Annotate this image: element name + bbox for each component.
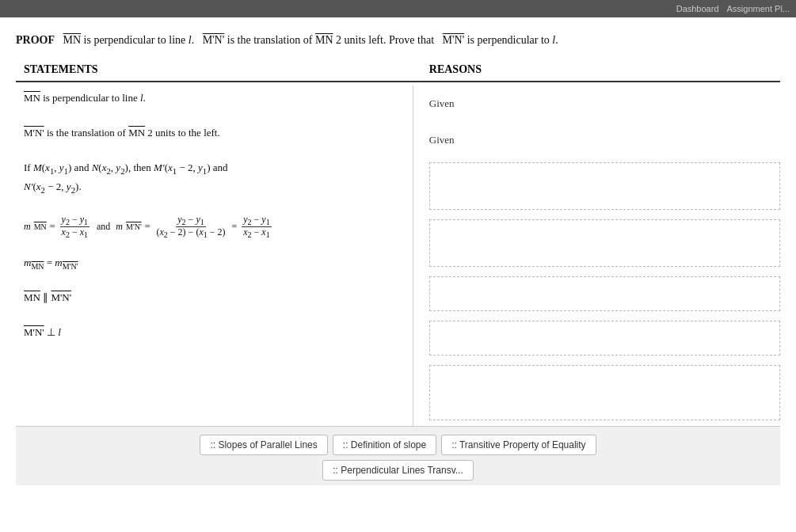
reason-2: Given	[429, 122, 780, 157]
perpendicular-transversal-hint[interactable]: :: Perpendicular Lines Transv...	[322, 460, 474, 481]
reason-2-text: Given	[429, 131, 455, 148]
reason-3[interactable]	[429, 158, 780, 214]
reason-4[interactable]	[429, 215, 780, 271]
assignment-link[interactable]: Assignment Pl...	[727, 4, 790, 13]
transitive-property-hint[interactable]: :: Transitive Property of Equality	[441, 435, 596, 455]
statement-6: MN ∥ M'N'	[16, 285, 405, 320]
reason-1: Given	[429, 86, 780, 120]
statements-column: MN is perpendicular to line l. M'N' is t…	[16, 86, 413, 426]
reason-6[interactable]	[429, 317, 780, 359]
reasons-column: Given Given	[413, 86, 780, 426]
reason-5-box[interactable]	[429, 276, 780, 311]
reason-1-text: Given	[429, 94, 455, 112]
reason-5[interactable]	[429, 272, 780, 315]
reason-6-box[interactable]	[429, 321, 780, 355]
statement-2: M'N' is the translation of MN 2 units to…	[16, 120, 405, 155]
section-headers: STATEMENTS REASONS	[16, 63, 780, 82]
proof-intro-text4: is perpendicular to l.	[467, 34, 558, 46]
statement-3: If M(x1, y1) and N(x2, y2), then M'(x1 −…	[16, 155, 405, 203]
reason-4-box[interactable]	[429, 219, 780, 267]
dashboard-link[interactable]: Dashboard	[676, 4, 719, 13]
top-bar: Dashboard Assignment Pl...	[0, 0, 796, 17]
proof-intro-text3: 2 units left. Prove that	[336, 34, 440, 46]
statement-1: MN is perpendicular to line l.	[16, 86, 405, 120]
mn-label-2: MN	[315, 34, 333, 46]
mn-prime-label-2: M'N'	[443, 34, 465, 46]
reasons-header: REASONS	[413, 63, 780, 76]
statement-7: M'N' ⊥ l	[16, 320, 405, 367]
reason-7[interactable]	[429, 361, 780, 424]
statement-4: mMN = y2 − y1 x2 − x1 and mM'N' = y2 − y…	[16, 203, 405, 250]
reason-7-box[interactable]	[429, 365, 780, 420]
reason-3-box[interactable]	[429, 162, 780, 210]
bottom-bar: :: Slopes of Parallel Lines :: Definitio…	[16, 426, 780, 460]
statement-5: mMN = mM'N'	[16, 250, 405, 285]
statements-header: STATEMENTS	[16, 63, 413, 76]
proof-intro-text2: is the translation of	[227, 34, 315, 46]
main-content: PROOF MN is perpendicular to line l. M'N…	[0, 17, 796, 532]
proof-intro-text: is perpendicular to line l.	[84, 34, 200, 46]
bottom-bar-row2: :: Perpendicular Lines Transv...	[16, 460, 780, 485]
slopes-parallel-hint[interactable]: :: Slopes of Parallel Lines	[200, 435, 327, 455]
mn-label-1: MN	[63, 34, 82, 46]
proof-header: PROOF MN is perpendicular to line l. M'N…	[16, 32, 780, 49]
and-text: and	[74, 162, 90, 173]
proof-body: MN is perpendicular to line l. M'N' is t…	[16, 86, 780, 426]
definition-slope-hint[interactable]: :: Definition of slope	[333, 435, 436, 455]
proof-label: PROOF	[16, 34, 55, 46]
mn-prime-label: M'N'	[203, 34, 225, 46]
